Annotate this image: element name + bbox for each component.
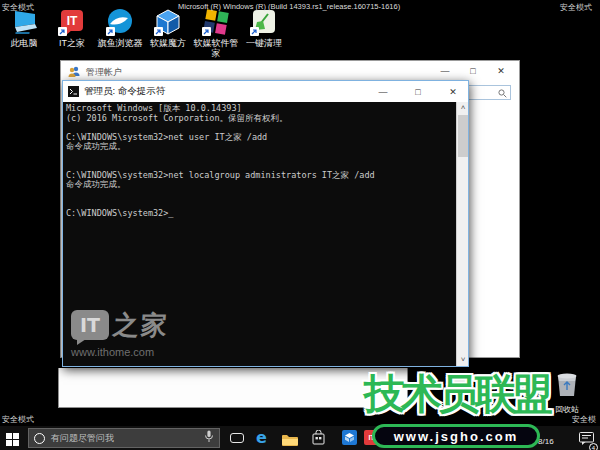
console-prompt-line: C:\WINDOWS\system32>_ (66, 209, 454, 219)
recycle-bin-label: 回收站 (550, 404, 584, 415)
search-placeholder: 有问题尽管问我 (51, 432, 198, 445)
desktop-icon-sailfish-browser[interactable]: 旗鱼浏览器 (97, 8, 143, 48)
desktop-icon-ithome[interactable]: IT IT之家 (49, 8, 95, 48)
shortcut-arrow-icon (58, 27, 67, 36)
ruanmei-manager-icon (202, 8, 230, 36)
notification-badge: 4 (589, 443, 598, 450)
search-icon (498, 84, 507, 102)
desktop-icon-recycle-bin[interactable]: 回收站 (550, 369, 584, 415)
command-prompt-titlebar[interactable]: 管理员: 命令提示符 — □ ✕ (63, 81, 468, 102)
console-line (66, 190, 454, 200)
store-button[interactable] (312, 430, 325, 449)
console-line: 命令成功完成。 (66, 142, 454, 152)
shortcut-arrow-icon (250, 27, 259, 36)
maximize-icon[interactable]: □ (403, 81, 433, 102)
safe-mode-label-bottom-left: 安全模式 (2, 414, 34, 425)
scroll-down-icon[interactable]: ˅ (457, 354, 469, 366)
cmd-icon (68, 83, 79, 101)
mofang-app-icon (342, 430, 357, 445)
command-prompt-title: 管理员: 命令提示符 (84, 85, 363, 98)
ithome-url: www.ithome.com (71, 346, 169, 358)
ithome-logo-icon: IT (71, 310, 109, 340)
window-fragment (58, 368, 408, 408)
cortana-icon (34, 433, 45, 444)
shortcut-arrow-icon (154, 27, 163, 36)
desktop-icon-this-pc[interactable]: 此电脑 (1, 8, 47, 48)
command-prompt-window: 管理员: 命令提示符 — □ ✕ Microsoft Windows [版本 1… (62, 80, 469, 367)
desktop-icon-label: 一键清理 (241, 38, 287, 48)
close-icon[interactable]: ✕ (438, 81, 468, 102)
ithome-icon: IT (58, 8, 86, 36)
desktop-icon-ruanmei-mofang[interactable]: 软媒魔方 (145, 8, 191, 48)
console-output[interactable]: Microsoft Windows [版本 10.0.14393] (c) 20… (63, 102, 468, 366)
desktop-icon-label: IT之家 (49, 38, 95, 48)
microphone-icon[interactable] (204, 429, 214, 447)
jsgho-brand-text: 技术员联盟 (364, 372, 549, 416)
minimize-icon[interactable]: — (368, 81, 398, 102)
scroll-up-icon[interactable]: ˄ (457, 102, 469, 114)
action-center-button[interactable]: 4 (579, 431, 594, 449)
start-button[interactable] (6, 432, 19, 450)
recycle-bin-icon (550, 369, 584, 403)
ruanmei-mofang-icon (154, 8, 182, 36)
console-line: 命令成功完成。 (66, 180, 454, 190)
jsgho-brand-url: www.jsgho.com (394, 429, 518, 444)
safe-mode-label-top-right: 安全模式 (560, 2, 592, 13)
shortcut-arrow-icon (202, 27, 211, 36)
desktop-icon-label: 软媒魔方 (145, 38, 191, 48)
edge-icon: e (256, 428, 267, 447)
minimize-icon[interactable]: — (431, 61, 459, 81)
maximize-icon[interactable]: □ (459, 61, 487, 81)
console-line (66, 152, 454, 162)
store-icon (312, 430, 325, 445)
desktop-icon-ruanmei-manager[interactable]: 软媒软件管家 (193, 8, 239, 58)
ithome-watermark: IT 之家 www.ithome.com (71, 310, 169, 358)
ruanmei-mofang-taskbar-button[interactable] (342, 430, 357, 445)
console-line: (c) 2016 Microsoft Corporation。保留所有权利。 (66, 114, 454, 124)
ithome-logo-suffix: 之家 (112, 310, 170, 340)
windows-build-string: Microsoft (R) Windows (R) (Build 14393.r… (178, 2, 400, 11)
safe-mode-label-top-left: 安全模式 (2, 2, 34, 13)
svg-text:IT: IT (67, 14, 78, 28)
jsgho-brand-banner: www.jsgho.com (372, 424, 540, 448)
console-prompt: C:\WINDOWS\system32> (66, 208, 168, 218)
desktop-icon-one-key-clean[interactable]: 一键清理 (241, 8, 287, 48)
desktop-icon-label: 旗鱼浏览器 (97, 38, 143, 48)
console-cursor: _ (168, 208, 173, 218)
task-view-button[interactable] (230, 433, 244, 443)
one-key-clean-icon (250, 8, 278, 36)
folder-icon (282, 434, 298, 446)
scrollbar-thumb[interactable] (458, 115, 468, 157)
shortcut-arrow-icon (106, 27, 115, 36)
cortana-search-box[interactable]: 有问题尽管问我 (28, 428, 220, 448)
console-scrollbar[interactable]: ˄ ˅ (456, 102, 468, 366)
edge-button[interactable]: e (256, 429, 267, 447)
close-icon[interactable]: ✕ (487, 61, 515, 81)
task-view-icon (230, 433, 244, 443)
file-explorer-button[interactable] (282, 432, 298, 450)
desktop-icon-label: 此电脑 (1, 38, 47, 48)
desktop-icon-label: 软媒软件管家 (193, 38, 239, 58)
users-icon (68, 63, 81, 81)
manage-accounts-title: 管理帐户 (86, 66, 122, 79)
sailfish-browser-icon (106, 8, 134, 36)
